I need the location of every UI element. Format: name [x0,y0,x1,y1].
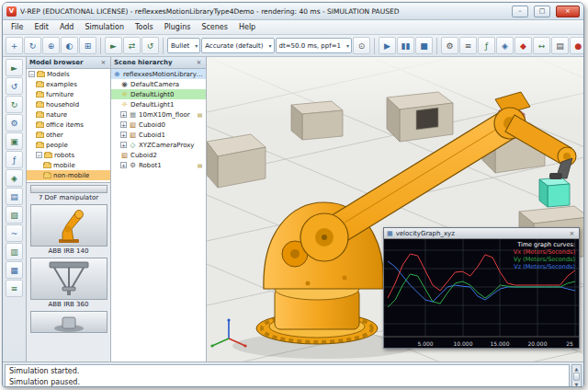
model-browser-toggle-icon[interactable]: ▦ [6,261,23,279]
collections2-icon[interactable]: ◈ [6,169,23,187]
object-properties-icon[interactable]: ▣ [6,132,23,150]
model-browser-close-icon[interactable]: × [99,59,107,66]
scene-item[interactable]: +▦10mX10m_floor▤ [111,109,206,120]
texture-icon[interactable]: ▥ [6,243,23,260]
video-recorder-icon[interactable]: ● [570,37,584,54]
object-shift-icon[interactable]: ⇄ [123,37,141,54]
maximize-button[interactable]: □ [534,6,550,17]
redo-icon[interactable]: ↻ [6,96,23,113]
model-folder[interactable]: furniture [27,89,110,99]
undo-icon[interactable]: ↺ [6,77,23,95]
timestep-combo[interactable]: dt=50.0 ms, ppf=1 [276,38,352,53]
model-thumbnail[interactable] [30,311,107,333]
model-thumbnail[interactable] [30,258,107,300]
play-button[interactable]: ▶ [379,37,396,54]
modules-icon[interactable]: ƒ [6,151,23,168]
camera-rotate-icon[interactable]: ↻ [24,37,41,54]
expand-icon[interactable]: + [120,121,127,128]
menu-plugins[interactable]: Plugins [159,22,197,32]
folder-icon [44,153,52,158]
hierarchy-toggle-icon[interactable]: ≡ [6,280,23,297]
model-thumbnail[interactable] [30,204,107,247]
path-edit-icon[interactable]: ~ [6,224,23,242]
camera-pan-icon[interactable]: + [6,37,23,54]
scene-item-highlighted[interactable]: ☼DefaultLight0 [111,89,206,99]
scene-hierarchy-close-icon[interactable]: × [195,59,203,66]
layers-icon[interactable]: ≡ [459,37,477,54]
model-folder[interactable]: −Models [27,69,110,79]
model-folder[interactable]: −robots [27,150,110,160]
calc-modules-icon[interactable]: ƒ [478,37,495,54]
folder-icon [36,143,44,148]
object-rotate-icon[interactable]: ↺ [141,37,159,54]
minimize-button[interactable]: – [512,6,528,17]
model-thumbnails: 7 DoF manipulator ABB IRB 140 [27,183,110,361]
precision-combo[interactable]: Accurate (default) [201,38,274,53]
stop-button[interactable]: ■ [415,37,433,54]
distance-icon[interactable]: ↔ [533,37,550,54]
menu-simulation[interactable]: Simulation [79,22,130,32]
cuboid-icon: ▧ [129,120,137,129]
menu-file[interactable]: File [6,22,28,32]
scene-item[interactable]: +▧Cuboid1 [111,130,206,140]
model-browser-panel: Model browser × −Models examples furnitu… [27,57,111,361]
camera-zoom-icon[interactable]: ⊕ [42,37,60,54]
script-edit-icon[interactable]: ▤ [6,188,23,205]
physics-engine-combo[interactable]: Bullet [167,38,200,53]
model-thumbnail[interactable] [30,185,107,193]
model-folder[interactable]: examples [27,79,110,89]
real-time-toggle-icon[interactable]: ⊙ [353,37,370,54]
expand-icon[interactable]: + [120,132,127,138]
graph-close-icon[interactable]: × [568,230,576,237]
menu-add[interactable]: Add [54,22,80,32]
status-messages: Simulation started. Simulation paused. [5,364,570,387]
menu-tools[interactable]: Tools [130,22,159,32]
menu-scenes[interactable]: Scenes [196,22,233,32]
window-title: V-REP (EDUCATIONAL LICENSE) - reflexxesM… [20,7,506,16]
scene-item[interactable]: +◇XYZCameraProxy [111,140,206,150]
model-folder[interactable]: office items [27,120,110,130]
model-folder[interactable]: household [27,99,110,109]
selection-icon[interactable]: ► [6,59,23,76]
model-folder[interactable]: mobile [27,160,110,170]
model-folder[interactable]: nature [27,109,110,120]
collapse-icon[interactable]: − [36,152,42,158]
collections-icon[interactable]: ◈ [496,37,514,54]
expand-icon[interactable]: + [120,111,127,118]
select-icon[interactable]: ► [105,37,122,54]
scroll-down-icon[interactable]: ▼ [575,382,579,387]
graph-window[interactable]: ▦ velocityGraph_xyz × [383,227,580,349]
status-scrollbar[interactable]: ▲ ▼ [571,364,582,387]
simulation-settings-icon[interactable]: ⚙ [441,37,458,54]
menu-help[interactable]: Help [233,22,261,32]
camera-fit-icon[interactable]: ⊞ [79,37,96,54]
menu-edit[interactable]: Edit [28,22,54,32]
scene-item[interactable]: ▧Cuboid2 [111,150,206,160]
collision-icon[interactable]: ◆ [514,37,532,54]
model-folder[interactable]: people [27,140,110,150]
model-folder[interactable]: other [27,130,110,140]
scroll-up-icon[interactable]: ▲ [575,366,579,372]
scene-item[interactable]: +⚙Robot1▤ [111,160,206,170]
graph-plot: Time graph curves: Vx (Meters/Seconds) V… [384,239,579,348]
title-bar[interactable]: V V-REP (EDUCATIONAL LICENSE) - reflexxe… [3,3,583,20]
scroll-thumb[interactable] [573,373,580,381]
settings-icon[interactable]: ⚙ [6,114,23,132]
graph-titlebar[interactable]: ▦ velocityGraph_xyz × [384,228,579,239]
pause-button[interactable]: ▮▮ [397,37,414,54]
scene-item[interactable]: +▧Cuboid0 [111,120,206,130]
expand-icon[interactable]: + [120,162,127,168]
model-folder-selected[interactable]: non-mobile [27,170,110,180]
scene-item[interactable]: ◉DefaultCamera [111,79,206,89]
collapse-icon[interactable]: − [28,71,35,77]
script-badge-icon[interactable]: ▤ [196,161,204,169]
viewport-3d[interactable]: ▦ velocityGraph_xyz × [207,57,583,361]
camera-angle-icon[interactable]: ◐ [61,37,78,54]
script-badge-icon[interactable]: ▤ [196,110,204,119]
expand-icon[interactable]: + [120,142,127,148]
shape-edit-icon[interactable]: ▧ [6,206,23,224]
close-button[interactable]: × [556,6,580,17]
scene-item[interactable]: ☼DefaultLight1 [111,99,206,109]
scripts-icon[interactable]: ▤ [551,37,569,54]
scene-root-item[interactable]: ⊕reflexxesMotionLibraryType4Dem [111,69,206,79]
